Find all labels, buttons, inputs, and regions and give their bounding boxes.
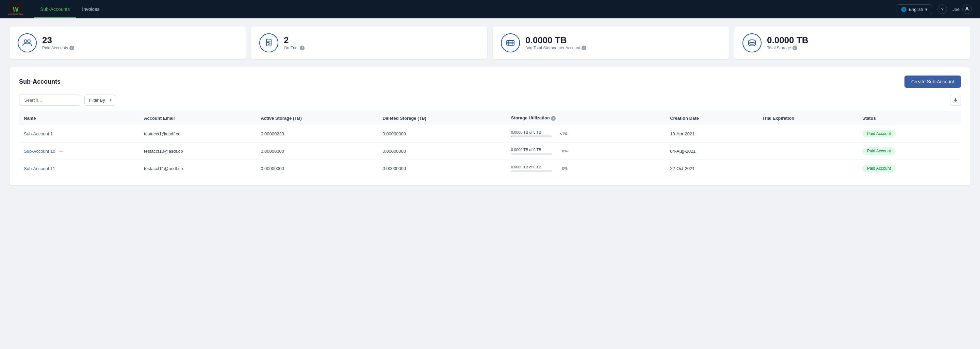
total-storage-value: 0.0000 TB xyxy=(767,35,808,45)
cell-name: Sub-Account 10 ← xyxy=(19,143,139,160)
accounts-icon-wrap xyxy=(18,33,37,52)
on-trial-label: On-Trial i xyxy=(284,46,305,50)
table-row: Sub-Account 11 testacct11@asdf.co 0.0000… xyxy=(19,160,961,177)
cell-trial-expiration xyxy=(757,125,858,143)
col-storage-util: Storage Utilization i xyxy=(506,111,666,125)
col-creation-date: Creation Date xyxy=(665,111,757,125)
stat-total-storage: 0.0000 TB Total Storage i xyxy=(734,27,970,59)
total-storage-icon xyxy=(747,38,757,48)
col-status: Status xyxy=(858,111,961,125)
create-sub-account-button[interactable]: Create Sub-Account xyxy=(904,76,961,88)
svg-text:W: W xyxy=(13,6,19,13)
status-badge: Paid Account xyxy=(862,147,896,155)
filters-row: Filter By xyxy=(19,95,961,106)
col-name: Name xyxy=(19,111,139,125)
paid-accounts-info-icon[interactable]: i xyxy=(69,46,74,50)
total-storage-info-icon[interactable]: i xyxy=(792,46,797,50)
cell-name: Sub-Account 1 xyxy=(19,125,139,143)
avg-storage-value: 0.0000 TB xyxy=(525,35,586,45)
cell-storage-util: 0.0000 TB of 0 TB 0% xyxy=(506,160,666,177)
cell-email: testacct10@asdf.co xyxy=(139,143,256,160)
download-button[interactable] xyxy=(950,95,961,106)
stat-avg-storage: 0.0000 TB Avg Total Storage per Account … xyxy=(493,27,729,59)
nav-sub-accounts[interactable]: Sub-Accounts xyxy=(34,0,76,18)
storage-util-info-icon[interactable]: i xyxy=(551,116,556,121)
account-link[interactable]: Sub-Account 10 xyxy=(24,149,56,154)
total-storage-icon-wrap xyxy=(743,33,762,52)
cell-active-storage: 0.00000000 xyxy=(256,143,378,160)
search-input[interactable] xyxy=(19,95,80,106)
user-section[interactable]: Joe xyxy=(953,5,972,14)
cell-active-storage: 0.00000233 xyxy=(256,125,378,143)
section-header: Sub-Accounts Create Sub-Account xyxy=(19,76,961,88)
main-content: 23 Paid Accounts i 2 On-Trial xyxy=(0,18,980,194)
language-selector[interactable]: 🌐 English ▾ xyxy=(897,5,932,14)
section-title: Sub-Accounts xyxy=(19,78,60,86)
arrow-indicator-icon: ← xyxy=(58,148,64,155)
cell-creation-date: 19-Apr-2021 xyxy=(665,125,757,143)
stats-row: 23 Paid Accounts i 2 On-Trial xyxy=(10,27,970,59)
account-link[interactable]: Sub-Account 1 xyxy=(24,131,53,136)
svg-point-8 xyxy=(749,40,756,43)
stat-paid-accounts: 23 Paid Accounts i xyxy=(10,27,246,59)
filter-by-wrap: Filter By xyxy=(84,95,115,106)
cell-creation-date: 04-Aug-2021 xyxy=(665,143,757,160)
chevron-down-icon: ▾ xyxy=(925,7,928,12)
cell-storage-util: 0.0000 TB of 0 TB 0% xyxy=(506,143,666,160)
svg-rect-7 xyxy=(507,40,514,45)
svg-point-4 xyxy=(24,40,27,43)
cell-email: testacct1@asdf.co xyxy=(139,125,256,143)
account-link[interactable]: Sub-Account 11 xyxy=(24,166,56,171)
cell-status: Paid Account xyxy=(858,143,961,160)
nav-invoices[interactable]: Invoices xyxy=(76,0,105,18)
trial-icon-wrap xyxy=(259,33,278,52)
cell-email: testacct11@asdf.co xyxy=(139,160,256,177)
on-trial-value: 2 xyxy=(284,35,305,45)
cell-creation-date: 22-Oct-2021 xyxy=(665,160,757,177)
col-deleted-storage: Deleted Storage (TB) xyxy=(378,111,506,125)
cell-deleted-storage: 0.00000000 xyxy=(378,125,506,143)
avg-storage-icon-wrap xyxy=(501,33,520,52)
cell-deleted-storage: 0.00000000 xyxy=(378,143,506,160)
accounts-icon xyxy=(22,38,32,48)
paid-accounts-label: Paid Accounts i xyxy=(42,46,74,50)
avatar xyxy=(962,5,972,14)
svg-text:Account Control Manager: Account Control Manager xyxy=(8,13,23,15)
filter-by-select[interactable]: Filter By xyxy=(84,95,115,106)
avg-storage-icon xyxy=(505,38,515,48)
total-storage-label: Total Storage i xyxy=(767,46,808,50)
trial-icon xyxy=(264,38,274,48)
on-trial-info-icon[interactable]: i xyxy=(300,46,305,50)
col-trial-expiration: Trial Expiration xyxy=(757,111,858,125)
col-email: Account Email xyxy=(139,111,256,125)
cell-status: Paid Account xyxy=(858,125,961,143)
brand: W Account Control Manager xyxy=(8,2,23,17)
navbar: W Account Control Manager Sub-Accounts I… xyxy=(0,0,980,18)
avg-storage-label: Avg Total Storage per Account i xyxy=(525,46,586,50)
table-row: Sub-Account 1 testacct1@asdf.co 0.000002… xyxy=(19,125,961,143)
nav-items: Sub-Accounts Invoices xyxy=(34,0,897,18)
table-body: Sub-Account 1 testacct1@asdf.co 0.000002… xyxy=(19,125,961,177)
cell-status: Paid Account xyxy=(858,160,961,177)
status-badge: Paid Account xyxy=(862,165,896,172)
svg-point-3 xyxy=(966,7,968,9)
stat-on-trial: 2 On-Trial i xyxy=(251,27,487,59)
cell-trial-expiration xyxy=(757,160,858,177)
cell-trial-expiration xyxy=(757,143,858,160)
download-icon xyxy=(953,98,958,103)
table-header: Name Account Email Active Storage (TB) D… xyxy=(19,111,961,125)
help-button[interactable]: ? xyxy=(937,5,947,14)
avg-storage-info-icon[interactable]: i xyxy=(582,46,586,50)
sub-accounts-table: Name Account Email Active Storage (TB) D… xyxy=(19,111,961,177)
cell-deleted-storage: 0.00000000 xyxy=(378,160,506,177)
wasabi-logo-icon: W Account Control Manager xyxy=(8,2,23,17)
cell-active-storage: 0.00000000 xyxy=(256,160,378,177)
table-row: Sub-Account 10 ← testacct10@asdf.co 0.00… xyxy=(19,143,961,160)
cell-name: Sub-Account 11 xyxy=(19,160,139,177)
col-active-storage: Active Storage (TB) xyxy=(256,111,378,125)
navbar-right: 🌐 English ▾ ? Joe xyxy=(897,5,972,14)
cell-storage-util: 0.0000 TB of 5 TB <1% xyxy=(506,125,666,143)
globe-icon: 🌐 xyxy=(901,7,907,12)
status-badge: Paid Account xyxy=(862,130,896,137)
sub-accounts-section: Sub-Accounts Create Sub-Account Filter B… xyxy=(10,67,970,186)
